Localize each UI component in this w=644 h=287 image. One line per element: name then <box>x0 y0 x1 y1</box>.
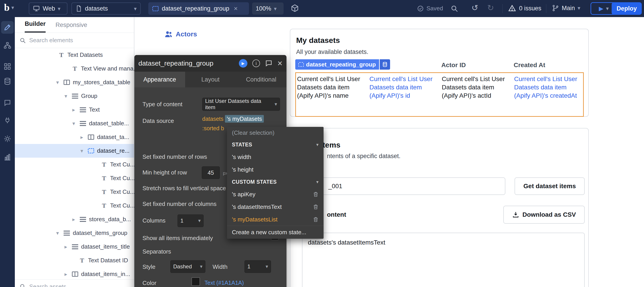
caret-right-icon[interactable]: ▸ <box>64 271 71 277</box>
dataset-id-input[interactable]: _001 <box>296 177 505 195</box>
create-custom-state-option[interactable]: Create a new custom state... <box>227 226 324 239</box>
type-of-content-select[interactable]: List User Datasets data item <box>202 98 280 111</box>
data-source-expression-line2[interactable]: :sorted b <box>202 125 224 132</box>
dataset-content-box[interactable]: datasets's datasetItemsText <box>302 233 585 287</box>
tree-item[interactable]: ▾dataset_table... <box>15 117 134 130</box>
search-icon[interactable] <box>450 4 458 12</box>
selected-element-chip[interactable]: dataset_repeating_group <box>295 59 390 70</box>
expression-prefix[interactable]: datasets <box>202 116 224 122</box>
caret-down-icon[interactable]: ▾ <box>64 93 71 99</box>
tree-item[interactable]: Text Cu... <box>15 171 134 185</box>
database-icon <box>382 62 388 67</box>
custom-state-option-datasetitemstext[interactable]: 's datasetItemsText <box>227 201 324 213</box>
rail-item-charts[interactable] <box>1 151 14 164</box>
expression-selected-token[interactable]: 's myDatasets <box>225 115 264 123</box>
rail-item-settings[interactable] <box>1 132 14 145</box>
tree-item[interactable]: Text View and mana... <box>15 62 134 75</box>
caret-right-icon[interactable]: ▸ <box>64 244 71 250</box>
rail-item-design[interactable] <box>1 21 14 34</box>
tree-item[interactable]: ▸dataset_ta... <box>15 130 134 144</box>
comment-icon[interactable] <box>265 59 272 67</box>
caret-down-icon[interactable]: ▾ <box>56 230 63 236</box>
page-select[interactable]: datasets <box>72 2 141 14</box>
zoom-select[interactable]: 100% <box>252 2 284 14</box>
monitor-icon <box>33 5 40 12</box>
tab-appearance[interactable]: Appearance <box>134 72 185 87</box>
separator-color-value[interactable]: Text (#1A1A1A) <box>204 280 244 286</box>
data-source-icon-button[interactable] <box>380 59 390 70</box>
tree-item[interactable]: Text Cu... <box>15 185 134 199</box>
clear-selection-option[interactable]: (Clear selection) <box>227 127 324 139</box>
tree-item[interactable]: ▾Group <box>15 89 134 103</box>
rg-cell-id[interactable]: Current cell's List User Datasets data i… <box>370 75 437 100</box>
rail-item-components[interactable] <box>1 60 14 73</box>
tab-layout[interactable]: Layout <box>185 72 236 87</box>
tree-item[interactable]: Text Cu... <box>15 158 134 171</box>
info-icon[interactable]: i <box>252 59 260 67</box>
rail-item-workflows[interactable] <box>1 39 14 52</box>
search-assets-input[interactable] <box>29 283 114 287</box>
tree-item[interactable]: Text Cu... <box>15 199 134 213</box>
group-element-icon <box>72 94 78 99</box>
tree-item[interactable]: ▾dataset_items_group <box>15 226 134 240</box>
rail-item-chat[interactable] <box>1 97 14 109</box>
rail-item-plugins[interactable] <box>1 114 14 127</box>
trash-icon[interactable] <box>313 204 319 210</box>
color-swatch[interactable] <box>192 277 200 286</box>
rail-item-data[interactable] <box>1 75 14 88</box>
columns-select[interactable]: 1 <box>178 215 204 227</box>
preview-element-button[interactable]: ▶ <box>239 59 248 68</box>
caret-down-icon[interactable]: ▾ <box>80 148 87 154</box>
rg-cell-createdat[interactable]: Current cell's List User Datasets data i… <box>514 75 582 100</box>
separator-width-select[interactable]: 1 <box>244 260 271 273</box>
bubble-logo[interactable]: b <box>4 2 14 13</box>
custom-state-option-mydatasetslist[interactable]: 's myDatasetsList <box>227 213 324 226</box>
tree-item-selected[interactable]: ▾dataset_re... <box>15 144 134 158</box>
tree-item[interactable]: ▸Text <box>15 103 134 117</box>
caret-right-icon[interactable]: ▸ <box>72 216 79 223</box>
caret-down-icon[interactable]: ▾ <box>72 120 79 127</box>
redo-icon[interactable] <box>487 3 494 12</box>
tree-item[interactable]: ▾my_stores_data_table <box>15 75 134 89</box>
tab-builder[interactable]: Builder <box>25 20 46 32</box>
separator-style-select[interactable]: Dashed <box>170 260 206 273</box>
property-editor-header[interactable]: dataset_repeating_group ▶ i × <box>134 55 286 72</box>
search-elements-input[interactable] <box>29 37 119 44</box>
text-element-icon <box>100 161 108 168</box>
caret-down-icon[interactable]: ▾ <box>56 79 63 86</box>
component-cube-icon[interactable] <box>290 4 299 13</box>
tree-item[interactable]: Text Datasets <box>15 48 134 62</box>
undo-icon[interactable] <box>472 3 478 12</box>
download-csv-button[interactable]: Download as CSV <box>503 206 585 224</box>
branch-select[interactable]: Main <box>552 4 580 12</box>
state-option-height[interactable]: 's height <box>227 163 324 176</box>
custom-state-option-apikey[interactable]: 's apiKey <box>227 188 324 201</box>
states-section-header[interactable]: STATES ▾ <box>227 139 324 151</box>
data-source-expression[interactable]: datasets 's myDatasets <box>202 116 264 122</box>
rg-cell-name[interactable]: Current cell's List User Datasets data i… <box>297 75 364 100</box>
tree-item[interactable]: ▸stores_data_b... <box>15 213 134 226</box>
tab-responsive[interactable]: Responsive <box>56 21 87 32</box>
custom-states-section-header[interactable]: CUSTOM STATES ▾ <box>227 176 324 188</box>
tree-item[interactable]: Text Dataset ID <box>15 254 134 267</box>
close-icon[interactable]: × <box>278 59 282 68</box>
tab-conditional[interactable]: Conditional <box>236 72 286 87</box>
caret-right-icon[interactable]: ▸ <box>80 134 87 140</box>
state-option-width[interactable]: 's width <box>227 151 324 163</box>
close-tab-icon[interactable]: × <box>234 5 238 12</box>
get-dataset-items-button[interactable]: Get dataset items <box>514 177 585 195</box>
open-element-tab[interactable]: dataset_repeating_group × <box>148 2 249 15</box>
trash-icon[interactable] <box>313 191 319 197</box>
trash-icon[interactable] <box>313 217 319 222</box>
min-height-input[interactable]: 45 <box>202 166 220 179</box>
deploy-button[interactable]: Deploy <box>612 2 642 15</box>
issues-indicator[interactable]: 0 issues <box>508 4 541 12</box>
actors-heading[interactable]: Actors <box>164 30 197 38</box>
text-element-icon <box>100 188 108 196</box>
environment-select[interactable]: Web <box>29 2 68 14</box>
tree-item[interactable]: ▸dataset_items_title <box>15 240 134 254</box>
rg-cell-actid[interactable]: Current cell's List User Datasets data i… <box>442 75 509 100</box>
caret-right-icon[interactable]: ▸ <box>72 107 79 113</box>
database-icon <box>4 77 11 85</box>
tree-item[interactable]: ▸dataset_items_in... <box>15 267 134 281</box>
